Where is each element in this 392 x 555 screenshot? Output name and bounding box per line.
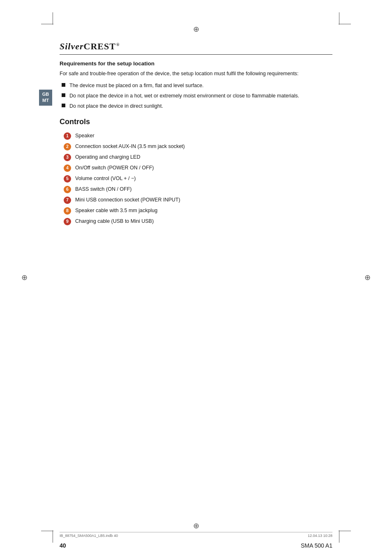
item-text: BASS switch (ON / OFF)	[75, 185, 132, 193]
list-item: Do not place the device in a hot, wet or…	[60, 92, 332, 100]
setup-intro: For safe and trouble-free operation of t…	[60, 70, 332, 78]
item-text: Speaker	[75, 132, 95, 140]
brand-header: SilverCrest®	[60, 41, 332, 55]
controls-list-item: 6BASS switch (ON / OFF)	[64, 185, 332, 193]
crop-mark-br-v	[339, 530, 339, 543]
model-number: SMA 500 A1	[301, 542, 332, 549]
badge-line1: GB	[42, 91, 50, 97]
controls-section: Controls 1Speaker2Connection socket AUX-…	[60, 118, 332, 225]
bullet-icon	[62, 104, 65, 107]
item-number-badge: 6	[64, 186, 71, 193]
bullet-text: Do not place the device in direct sunlig…	[69, 102, 163, 110]
item-text: Speaker cable with 3.5 mm jackplug	[75, 207, 157, 215]
crosshair-top-icon: ⊕	[193, 25, 199, 34]
item-text: Mini USB connection socket (POWER INPUT)	[75, 196, 180, 204]
controls-list-item: 5Volume control (VOL + / −)	[64, 175, 332, 183]
item-number-badge: 1	[64, 132, 71, 140]
controls-list-item: 4On/Off switch (POWER ON / OFF)	[64, 164, 332, 172]
print-info-right: 12.04.13 10:28	[308, 534, 332, 538]
bullet-text: Do not place the device in a hot, wet or…	[69, 92, 299, 100]
crop-mark-br-h	[339, 531, 351, 531]
crop-mark-bl-h	[41, 531, 53, 531]
bullet-icon	[62, 83, 65, 87]
item-number-badge: 9	[64, 218, 71, 225]
crosshair-right-icon: ⊕	[364, 273, 371, 282]
item-text: Charging cable (USB to Mini USB)	[75, 217, 154, 225]
controls-list: 1Speaker2Connection socket AUX-IN (3.5 m…	[64, 132, 332, 225]
item-number-badge: 4	[64, 164, 71, 172]
item-number-badge: 2	[64, 143, 71, 150]
page-number: 40	[60, 542, 66, 549]
setup-heading: Requirements for the setup location	[60, 60, 332, 67]
crop-mark-tl-h	[41, 24, 53, 24]
crosshair-top: ⊕	[193, 25, 199, 34]
controls-list-item: 3Operating and charging LED	[64, 153, 332, 161]
list-item: The device must be placed on a firm, fla…	[60, 82, 332, 90]
crop-mark-tr-h	[339, 24, 351, 24]
footer: 40 SMA 500 A1	[60, 542, 332, 549]
controls-list-item: 9Charging cable (USB to Mini USB)	[64, 217, 332, 225]
page: ⊕ ⊕ ⊕ ⊕ SilverCrest® GB MT Requirements …	[0, 0, 392, 555]
crosshair-right: ⊕	[364, 273, 371, 282]
footer-divider	[60, 532, 332, 532]
setup-section: Requirements for the setup location For …	[60, 60, 332, 110]
item-number-badge: 7	[64, 197, 71, 204]
item-text: On/Off switch (POWER ON / OFF)	[75, 164, 154, 172]
crop-mark-tr-v	[339, 12, 339, 25]
brand-name: SilverCrest®	[60, 41, 120, 52]
item-number-badge: 3	[64, 154, 71, 161]
crop-mark-tl-v	[53, 12, 53, 25]
print-info-left: IB_88754_SMA500A1_LB5.indb 40	[60, 534, 118, 538]
item-text: Volume control (VOL + / −)	[75, 175, 136, 183]
crop-mark-bl-v	[53, 530, 53, 543]
brand-crest: Crest	[84, 41, 116, 51]
controls-list-item: 2Connection socket AUX-IN (3.5 mm jack s…	[64, 143, 332, 150]
controls-list-item: 8Speaker cable with 3.5 mm jackplug	[64, 207, 332, 215]
controls-list-item: 1Speaker	[64, 132, 332, 140]
crosshair-left-icon: ⊕	[21, 273, 28, 282]
bullet-text: The device must be placed on a firm, fla…	[69, 82, 204, 90]
item-text: Connection socket AUX-IN (3.5 mm jack so…	[75, 143, 185, 150]
item-number-badge: 5	[64, 175, 71, 183]
crosshair-bottom: ⊕	[193, 521, 199, 530]
crosshair-left: ⊕	[21, 273, 28, 282]
controls-heading: Controls	[60, 118, 332, 126]
badge-line2: MT	[42, 97, 50, 104]
list-item: Do not place the device in direct sunlig…	[60, 102, 332, 110]
bullet-icon	[62, 93, 65, 97]
language-badge: GB MT	[39, 90, 52, 106]
brand-silver: Silver	[60, 41, 84, 51]
item-text: Operating and charging LED	[75, 153, 140, 161]
controls-list-item: 7Mini USB connection socket (POWER INPUT…	[64, 196, 332, 204]
content-area: SilverCrest® GB MT Requirements for the …	[60, 41, 332, 514]
brand-trademark: ®	[116, 42, 120, 47]
setup-bullet-list: The device must be placed on a firm, fla…	[60, 82, 332, 110]
item-number-badge: 8	[64, 207, 71, 215]
crosshair-bottom-icon: ⊕	[193, 521, 199, 530]
